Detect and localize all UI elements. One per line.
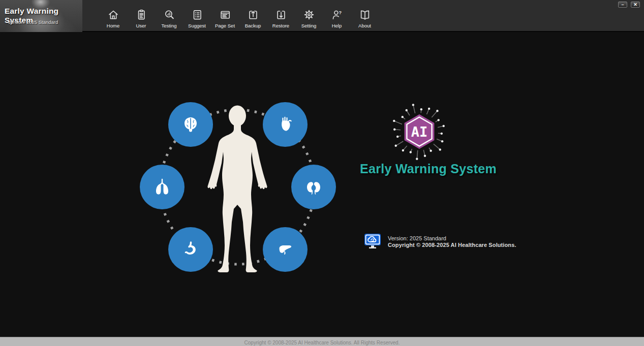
version-block: Version: 2025 Standard Copyright © 2008-… [364,233,516,251]
minimize-button[interactable]: – [618,2,627,8]
toolbar-label: Help [332,23,342,28]
main-toolbar: Home User Testing [99,8,379,28]
window-controls: – ✕ [618,2,640,8]
ai-logo-text: AI [411,124,428,140]
toolbar-item-restore[interactable]: Restore [267,8,295,28]
svg-text:?: ? [339,10,342,15]
human-body-silhouette [207,106,267,273]
header-bar: Early Warning System Version: 2025 Stand… [0,0,644,32]
brand-title: Early Warning System [360,162,497,176]
toolbar-item-home[interactable]: Home [99,8,127,28]
toolbar-item-pageset[interactable]: Page Set [211,8,239,28]
organ-stomach [168,227,213,272]
box-arrow-down-icon [274,8,288,21]
toolbar-item-user[interactable]: User [127,8,155,28]
organ-lungs [140,165,185,209]
toolbar-label: Testing [161,23,176,28]
toolbar-label: Setting [301,23,317,28]
box-arrow-up-icon [247,8,260,21]
organ-liver [263,227,308,272]
copyright-line: Copyright © 2008-2025 AI Healthcare Solu… [388,242,516,248]
gear-icon [302,8,316,21]
home-icon [107,8,120,21]
page-layout-icon [219,8,232,21]
version-line: Version: 2025 Standard [388,235,516,242]
toolbar-item-setting[interactable]: Setting [295,8,323,28]
toolbar-label: About [358,23,371,28]
app-logo-block: Early Warning System Version: 2025 Stand… [0,0,82,32]
toolbar-label: Home [107,23,119,28]
toolbar-item-help[interactable]: ? Help [323,8,351,28]
magnifier-icon [163,8,176,21]
cloud-monitor-icon [364,233,381,251]
toolbar-label: Backup [245,23,261,28]
toolbar-label: Page Set [215,23,235,28]
footer-bar: Copyright © 2008-2025 AI Healthcare Solu… [0,337,644,346]
footer-copyright: Copyright © 2008-2025 AI Healthcare Solu… [244,340,400,345]
list-icon [191,8,204,21]
ai-chip-logo: AI [391,104,447,161]
organ-kidneys [291,165,336,209]
main-content: AI Early Warning System Version: 2025 St… [0,33,644,337]
toolbar-label: User [136,23,146,28]
app-window: Early Warning System Version: 2025 Stand… [0,0,644,346]
toolbar-item-testing[interactable]: Testing [155,8,183,28]
open-book-icon [358,8,372,21]
app-version-label: Version: 2025 Standard [8,19,58,25]
clipboard-icon [135,8,148,21]
toolbar-item-about[interactable]: About [351,8,379,28]
toolbar-item-backup[interactable]: Backup [239,8,267,28]
toolbar-label: Suggest [188,23,206,28]
toolbar-label: Restore [272,23,289,28]
organ-heart [263,102,308,147]
toolbar-item-suggest[interactable]: Suggest [183,8,211,28]
person-question-icon: ? [330,8,344,21]
body-organs-illustration [136,92,339,282]
organ-brain [168,102,213,147]
close-button[interactable]: ✕ [631,2,640,8]
